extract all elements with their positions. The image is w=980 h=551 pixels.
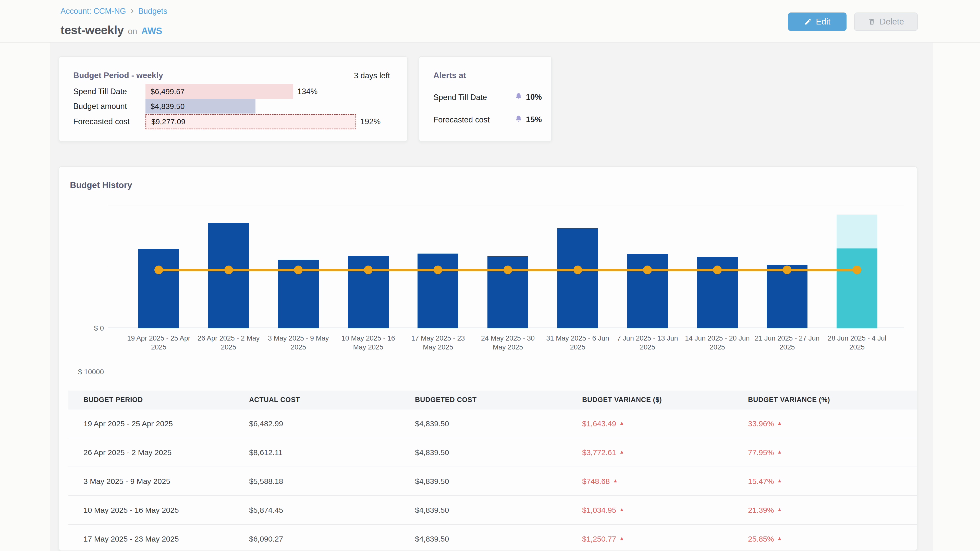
cell-budget-variance-pct: 77.95%▲ (733, 448, 917, 457)
cell-actual-cost: $6,090.27 (234, 535, 400, 543)
cell-actual-cost: $5,588.18 (234, 477, 400, 486)
actual-cost-bar-segment (208, 223, 249, 328)
cell-budget-variance-usd: $748.68▲ (567, 477, 733, 486)
budget-line-point (853, 265, 861, 274)
x-axis-category-label: 31 May 2025 - 6 Jun 2025 (545, 334, 611, 352)
budget-row-value: $4,839.50 (145, 102, 185, 111)
cell-budget-period: 10 May 2025 - 16 May 2025 (68, 506, 234, 514)
table-header-row: BUDGET PERIODACTUAL COSTBUDGETED COSTBUD… (68, 391, 917, 409)
title-row: test-weekly on AWS (60, 23, 162, 37)
triangle-up-icon: ▲ (619, 449, 624, 455)
triangle-up-icon: ▲ (619, 507, 624, 513)
budget-row-label: Budget amount (73, 102, 127, 111)
triangle-up-icon: ▲ (613, 478, 618, 484)
cell-budgeted-cost: $4,839.50 (400, 477, 567, 486)
budget-row-percent: 192% (360, 117, 380, 126)
cell-budgeted-cost: $4,839.50 (400, 419, 567, 428)
chevron-right-icon: › (130, 6, 134, 14)
table-header-cell: ACTUAL COST (234, 396, 400, 404)
trash-icon (868, 18, 876, 25)
budget-row-label: Spend Till Date (73, 87, 127, 96)
page-title-platform: AWS (142, 26, 162, 37)
budget-row-value: $9,277.09 (146, 118, 185, 126)
cell-actual-cost: $6,482.99 (234, 419, 400, 428)
cell-budget-variance-usd: $3,772.61▲ (567, 448, 733, 457)
bell-icon (514, 92, 523, 102)
cell-budgeted-cost: $4,839.50 (400, 506, 567, 514)
page: Account: CCM-NG › Budgets test-weekly on… (0, 0, 980, 551)
variance-value: 21.39% (748, 506, 774, 514)
alert-row-threshold: 10% (514, 92, 542, 102)
cell-budget-variance-pct: 15.47%▲ (733, 477, 917, 486)
x-axis-category-label: 3 May 2025 - 9 May 2025 (265, 334, 331, 352)
x-axis-category-label: 10 May 2025 - 16 May 2025 (335, 334, 401, 352)
budget-row-bar-budget: $4,839.50 (145, 99, 256, 114)
cell-budget-variance-usd: $1,250.77▲ (567, 535, 733, 543)
delete-button[interactable]: Delete (854, 13, 918, 31)
cell-budget-period: 26 Apr 2025 - 2 May 2025 (68, 448, 234, 457)
cell-budget-period: 3 May 2025 - 9 May 2025 (68, 477, 234, 486)
budget-row-bar-spend: $6,499.67 (145, 84, 293, 99)
variance-value: $748.68 (582, 477, 610, 486)
variance-value: $1,643.49 (582, 419, 616, 428)
triangle-up-icon: ▲ (777, 535, 782, 541)
forecasted-weekly-bar-segment (837, 214, 877, 249)
table-header-cell: BUDGET PERIOD (68, 396, 234, 404)
x-axis-category-label: 26 Apr 2025 - 2 May 2025 (196, 334, 262, 352)
table-header-cell: BUDGET VARIANCE ($) (567, 396, 733, 404)
y-axis-label-max: $ 10000 (59, 368, 104, 376)
bell-icon (514, 115, 523, 124)
week-to-date-bar-segment (837, 248, 877, 328)
cell-budget-period: 17 May 2025 - 23 May 2025 (68, 535, 234, 543)
variance-value: 33.96% (748, 419, 774, 428)
alerts-card-title: Alerts at (433, 71, 466, 80)
variance-value: 25.85% (748, 535, 774, 543)
cell-budget-variance-pct: 25.85%▲ (733, 535, 917, 543)
budget-period-card-title: Budget Period - weekly (73, 71, 163, 80)
delete-button-label: Delete (880, 17, 904, 27)
budget-line-point (154, 265, 163, 274)
triangle-up-icon: ▲ (777, 449, 782, 455)
budget-row-label: Forecasted cost (73, 117, 130, 126)
budget-period-card: Budget Period - weekly 3 days left Spend… (59, 56, 407, 141)
cell-actual-cost: $5,874.45 (234, 506, 400, 514)
budget-history-chart (108, 206, 904, 328)
budget-line-point (504, 265, 512, 274)
page-title-on: on (128, 27, 137, 36)
cell-budget-period: 19 Apr 2025 - 25 Apr 2025 (68, 419, 234, 428)
x-axis-category-label: 24 May 2025 - 30 May 2025 (475, 334, 541, 352)
table-header-cell: BUDGET VARIANCE (%) (733, 396, 917, 404)
budget-history-table: BUDGET PERIODACTUAL COSTBUDGETED COSTBUD… (68, 391, 917, 551)
x-axis-category-label: 21 Jun 2025 - 27 Jun 2025 (754, 334, 820, 352)
actual-cost-bar-segment (417, 254, 458, 328)
budget-line-point (573, 265, 582, 274)
budget-line-point (224, 265, 233, 274)
days-left-text: 3 days left (354, 71, 390, 80)
variance-value: 77.95% (748, 448, 774, 457)
page-header: Account: CCM-NG › Budgets test-weekly on… (0, 0, 980, 43)
x-axis-category-label: 7 Jun 2025 - 13 Jun 2025 (614, 334, 681, 352)
budget-line-point (364, 265, 372, 274)
edit-button[interactable]: Edit (788, 13, 846, 31)
budget-row-bar-forecast: $9,277.09 (145, 114, 356, 129)
table-row: 17 May 2025 - 23 May 2025$6,090.27$4,839… (68, 524, 917, 551)
table-row: 19 Apr 2025 - 25 Apr 2025$6,482.99$4,839… (68, 409, 917, 438)
variance-value: $1,034.95 (582, 506, 616, 514)
variance-value: $3,772.61 (582, 448, 616, 457)
triangle-up-icon: ▲ (777, 507, 782, 513)
actual-cost-bar-segment (138, 249, 179, 328)
breadcrumb-account-link[interactable]: Account: CCM-NG (60, 6, 126, 16)
x-axis-category-label: 19 Apr 2025 - 25 Apr 2025 (126, 334, 192, 352)
table-row: 3 May 2025 - 9 May 2025$5,588.18$4,839.5… (68, 467, 917, 495)
alerts-card: Alerts at Spend Till Date10%Forecasted c… (419, 56, 552, 141)
cell-budget-variance-usd: $1,643.49▲ (567, 419, 733, 428)
triangle-up-icon: ▲ (777, 420, 782, 426)
budget-history-card: Budget History $ 10000 $ 0 19 Apr 2025 -… (59, 166, 917, 551)
variance-value: 15.47% (748, 477, 774, 486)
budget-row-value: $6,499.67 (145, 87, 185, 96)
alert-threshold-value: 10% (526, 93, 542, 102)
breadcrumb-budgets-link[interactable]: Budgets (138, 6, 167, 16)
triangle-up-icon: ▲ (777, 478, 782, 484)
budget-history-title: Budget History (70, 180, 132, 190)
triangle-up-icon: ▲ (619, 535, 624, 541)
